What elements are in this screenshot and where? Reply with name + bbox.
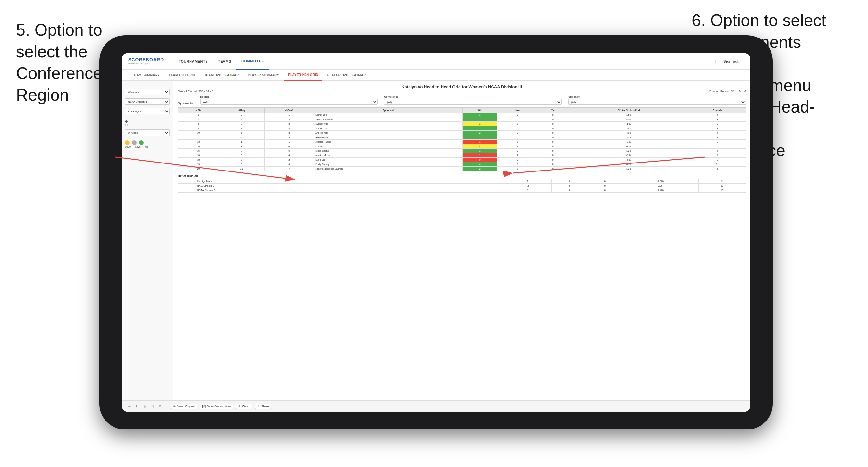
sub-nav: TEAM SUMMARY TEAM H2H GRID TEAM H2H HEAT…	[122, 69, 750, 81]
tablet-frame: SCOREBOARD Powered by clippd TOURNAMENTS…	[99, 35, 773, 430]
out-cell-loss: 0	[551, 188, 587, 193]
cell-tie: 0	[538, 117, 568, 122]
player-rank-select[interactable]: 8. Katelyn Vo	[125, 108, 169, 115]
cell-div: 16	[178, 153, 219, 158]
toolbar-divider-1	[167, 403, 167, 410]
table-row: 3 3 1 Esther Lee 1 0 0 1.50 4	[178, 113, 746, 117]
out-cell-opponent: NAIA Division 1	[178, 184, 504, 188]
sub-nav-player-summary[interactable]: PLAYER SUMMARY	[244, 69, 283, 81]
cell-opponent: Andrea York	[314, 131, 463, 135]
filter-conference-select[interactable]: (All)	[384, 99, 562, 105]
tablet-screen: SCOREBOARD Powered by clippd TOURNAMENTS…	[122, 53, 750, 412]
cell-opponent: Sydney Kuo	[314, 122, 463, 126]
colour-by-select[interactable]: Win/loss	[125, 129, 169, 136]
cell-rounds: 3	[689, 135, 746, 140]
cell-loss: 0	[497, 149, 538, 153]
cell-reg: 3	[219, 122, 264, 126]
table-row: 14 7 4 Eunice Yi 2 2 0 0.38 9	[178, 144, 746, 149]
nav-item-committee[interactable]: COMMITTEE	[236, 53, 269, 69]
opponent-view-section	[125, 120, 169, 126]
cell-div: 18	[178, 158, 219, 162]
nav-item-teams[interactable]: TEAMS	[213, 53, 236, 69]
cell-opponent: Esther Lee	[314, 113, 463, 117]
watch-btn[interactable]: ⊙ Watch	[236, 404, 252, 409]
cell-opponent: Federica Domecq Lacroze	[314, 167, 463, 171]
cell-loss: 2	[497, 153, 538, 158]
sub-nav-team-summary[interactable]: TEAM SUMMARY	[128, 69, 163, 81]
sub-nav-player-h2h-grid[interactable]: PLAYER H2H GRID	[284, 69, 322, 81]
cell-div: 20	[178, 167, 219, 171]
save-custom-btn[interactable]: 💾 Save Custom View	[200, 404, 234, 409]
cell-rounds: 6	[689, 167, 746, 171]
gender-select[interactable]: Women's	[125, 89, 169, 95]
undo-btn[interactable]: ↩	[127, 404, 132, 409]
cell-div: 14	[178, 144, 219, 149]
cell-opponent: Sharon Mun	[314, 126, 463, 131]
colour-dot-down	[125, 141, 129, 145]
filter-opponent-group: Opponent (All)	[568, 95, 746, 105]
copy-btn[interactable]: ⎘	[143, 404, 147, 409]
refresh-btn[interactable]: ⟳	[158, 404, 163, 409]
main-title: Katelyn Vo Head-to-Head Grid for Women's…	[178, 84, 746, 89]
table-row: 11 2 5 Heejo Hyun 1 0 0 3.33 3	[178, 135, 746, 140]
cell-rounds: 9	[689, 144, 746, 149]
cell-opponent: Jessica Mason	[314, 153, 463, 158]
out-cell-opponent: Foreign Team	[178, 179, 504, 184]
paste-btn[interactable]: 📋	[149, 404, 155, 409]
cell-tie: 0	[538, 167, 568, 171]
table-row: 6 3 3 Sydney Kuo 1 1 0 -1.00 3	[178, 122, 746, 126]
share-btn[interactable]: ↗ Share	[255, 404, 271, 409]
out-table-row: NCAA Division 2 5 0 0 7.400 10	[178, 188, 746, 193]
col-conf: # Conf	[264, 108, 314, 113]
cell-win: 1	[462, 126, 497, 131]
cell-loss: 1	[497, 140, 538, 144]
radio-opponents-played[interactable]	[125, 120, 169, 123]
opponents-label: Opponents:	[178, 102, 194, 105]
out-cell-win: 5	[504, 188, 551, 193]
cell-diff: -0.94	[568, 153, 689, 158]
sign-out-button[interactable]: Sign out	[718, 53, 744, 69]
redo-btn[interactable]: ↻	[135, 404, 140, 409]
cell-reg: 3	[219, 113, 264, 117]
cell-conf: 1	[264, 113, 314, 117]
cell-div: 15	[178, 149, 219, 153]
table-row: 20 11 7 Federica Domecq Lacroze 2 1 0 1.…	[178, 167, 746, 171]
cell-conf: 2	[264, 117, 314, 122]
cell-rounds: 2	[689, 140, 746, 144]
cell-conf: 4	[264, 126, 314, 131]
table-row: 18 2 2 Euna Lee 0 2 0 -5.00 2	[178, 158, 746, 162]
cell-div: 13	[178, 140, 219, 144]
filter-opponent-label: Opponent	[568, 95, 746, 98]
cell-loss: 1	[497, 122, 538, 126]
cell-opponent: Alexis Sudjianto	[314, 117, 463, 122]
table-row: 9 1 4 Sharon Mun 1 0 0 3.67 3	[178, 126, 746, 131]
filter-conference-group: Conference (All)	[384, 95, 562, 105]
cell-rounds: 3	[689, 117, 746, 122]
filter-opponent-select[interactable]: (All)	[568, 99, 746, 105]
app-content: SCOREBOARD Powered by clippd TOURNAMENTS…	[122, 53, 750, 412]
radio-top100[interactable]	[125, 124, 169, 126]
cell-win: 1	[462, 140, 497, 144]
cell-diff: -3.00	[568, 140, 689, 144]
cell-tie: 0	[538, 135, 568, 140]
view-original-btn[interactable]: 👁 View: Original	[171, 404, 197, 409]
filter-region-select[interactable]: (All)	[200, 99, 378, 105]
colour-dot-level	[132, 141, 136, 145]
nav-item-tournaments[interactable]: TOURNAMENTS	[174, 53, 213, 69]
table-row: 13 1 1 Jessica Huang 1 1 0 -3.00 2	[178, 140, 746, 144]
division-select[interactable]: NCAA Division III	[125, 98, 169, 105]
col-loss: Loss	[497, 108, 538, 113]
cell-conf: 5	[264, 135, 314, 140]
sub-nav-player-h2h-heatmap[interactable]: PLAYER H2H HEATMAP	[323, 69, 369, 81]
sub-nav-team-h2h-grid[interactable]: TEAM H2H GRID	[165, 69, 199, 81]
cell-loss: 0	[497, 126, 538, 131]
sub-nav-team-h2h-heatmap[interactable]: TEAM H2H HEATMAP	[200, 69, 242, 81]
table-row: 16 3 4 Jessica Mason 1 2 0 -0.94 7	[178, 153, 746, 158]
cell-conf: 1	[264, 140, 314, 144]
col-diff: Diff Av Strokes/Rnd	[568, 108, 689, 113]
cell-diff: 3.33	[568, 135, 689, 140]
cell-loss: 2	[497, 158, 538, 162]
colour-legend	[125, 141, 169, 145]
cell-tie: 0	[538, 153, 568, 158]
cell-tie: 0	[538, 144, 568, 149]
